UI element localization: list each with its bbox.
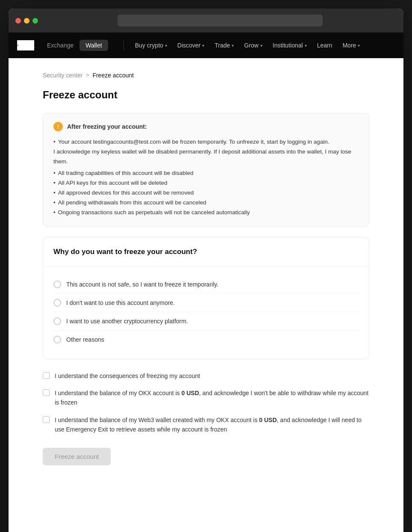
nav-tabs: Exchange Wallet <box>41 40 108 51</box>
breadcrumb-parent-link[interactable]: Security center <box>43 72 82 79</box>
chevron-down-icon: ▾ <box>260 43 262 48</box>
warning-icon: ! <box>53 122 63 131</box>
chevron-down-icon: ▾ <box>358 43 360 48</box>
radio-label-4: Other reasons <box>66 336 104 343</box>
svg-rect-0 <box>17 45 18 45</box>
radio-button-1[interactable] <box>53 281 61 288</box>
chevron-down-icon: ▾ <box>165 43 167 48</box>
chevron-down-icon: ▾ <box>202 43 204 48</box>
logo[interactable]: OKX <box>17 40 34 50</box>
nav-institutional[interactable]: Institutional ▾ <box>268 39 311 51</box>
checkbox-3[interactable] <box>43 416 50 423</box>
browser-chrome <box>9 9 403 33</box>
warning-item-6: • Ongoing transactions such as perpetual… <box>53 208 359 218</box>
chevron-down-icon: ▾ <box>232 43 234 48</box>
breadcrumb: Security center > Freeze account <box>43 72 369 79</box>
warning-card: ! After freezing your account: • Your ac… <box>43 113 369 227</box>
nav-buy-crypto[interactable]: Buy crypto ▾ <box>131 39 171 51</box>
breadcrumb-current: Freeze account <box>92 72 134 79</box>
nav-learn[interactable]: Learn <box>313 39 337 51</box>
navbar: OKX Exchange Wallet Buy crypto ▾ Discove… <box>9 33 403 58</box>
warning-item-2: • All trading capabilities of this accou… <box>53 168 359 178</box>
warning-header: ! After freezing your account: <box>53 122 359 131</box>
radio-label-2: I don't want to use this account anymore… <box>66 299 175 306</box>
warning-list: • Your account testingaccounts@test.com … <box>53 137 359 218</box>
svg-rect-2 <box>18 45 18 45</box>
address-bar[interactable] <box>118 15 323 27</box>
page-title: Freeze account <box>43 89 369 101</box>
radio-label-3: I want to use another cryptocurrency pla… <box>66 318 188 325</box>
checkbox-1[interactable] <box>43 372 50 379</box>
checkbox-label-1: I understand the consequences of freezin… <box>55 371 200 381</box>
reason-divider <box>43 266 369 267</box>
warning-item-4: • All approved devices for this account … <box>53 188 359 198</box>
checkbox-label-3: I understand the balance of my Web3 wall… <box>55 415 369 434</box>
warning-item-3: • All API keys for this account will be … <box>53 178 359 188</box>
checkbox-item-2[interactable]: I understand the balance of my OKX accou… <box>43 388 369 408</box>
maximize-button[interactable] <box>32 18 38 24</box>
breadcrumb-separator: > <box>86 72 89 78</box>
radio-button-2[interactable] <box>53 299 61 307</box>
warning-keyless-notice: I acknowledge my keyless wallet will be … <box>53 147 359 167</box>
checkbox-item-1[interactable]: I understand the consequences of freezin… <box>43 371 369 381</box>
radio-option-4[interactable]: Other reasons <box>53 331 359 349</box>
radio-label-1: This account is not safe, so I want to f… <box>66 281 218 288</box>
reasons-card: Why do you want to freeze your account? … <box>43 237 369 359</box>
warning-item-5: • All pending withdrawals from this acco… <box>53 198 359 208</box>
checkbox-item-3[interactable]: I understand the balance of my Web3 wall… <box>43 415 369 434</box>
nav-discover[interactable]: Discover ▾ <box>173 39 209 51</box>
warning-title: After freezing your account: <box>67 123 147 130</box>
minimize-button[interactable] <box>24 18 29 24</box>
radio-option-3[interactable]: I want to use another cryptocurrency pla… <box>53 312 359 331</box>
tab-exchange[interactable]: Exchange <box>41 40 79 51</box>
nav-links: Buy crypto ▾ Discover ▾ Trade ▾ Grow ▾ I… <box>131 39 395 51</box>
warning-item-1: • Your account testingaccounts@test.com … <box>53 137 359 147</box>
close-button[interactable] <box>15 18 21 24</box>
nav-more[interactable]: More ▾ <box>338 39 364 51</box>
checkbox-section: I understand the consequences of freezin… <box>43 371 369 434</box>
reasons-title: Why do you want to freeze your account? <box>53 248 359 256</box>
page-content: Security center > Freeze account Freeze … <box>9 58 403 532</box>
svg-rect-3 <box>18 45 18 46</box>
radio-option-1[interactable]: This account is not safe, so I want to f… <box>53 275 359 294</box>
checkbox-label-2: I understand the balance of my OKX accou… <box>55 388 369 408</box>
nav-grow[interactable]: Grow ▾ <box>240 39 266 51</box>
radio-button-4[interactable] <box>53 336 61 343</box>
chevron-down-icon: ▾ <box>305 43 307 48</box>
traffic-lights <box>15 18 38 24</box>
tab-wallet[interactable]: Wallet <box>79 40 108 51</box>
nav-divider <box>124 40 124 50</box>
checkbox-2[interactable] <box>43 389 50 396</box>
svg-rect-1 <box>17 45 18 46</box>
freeze-account-button[interactable]: Freeze account <box>43 448 111 465</box>
radio-button-3[interactable] <box>53 317 61 325</box>
nav-trade[interactable]: Trade ▾ <box>210 39 238 51</box>
radio-option-2[interactable]: I don't want to use this account anymore… <box>53 294 359 312</box>
browser-window: OKX Exchange Wallet Buy crypto ▾ Discove… <box>9 9 403 532</box>
